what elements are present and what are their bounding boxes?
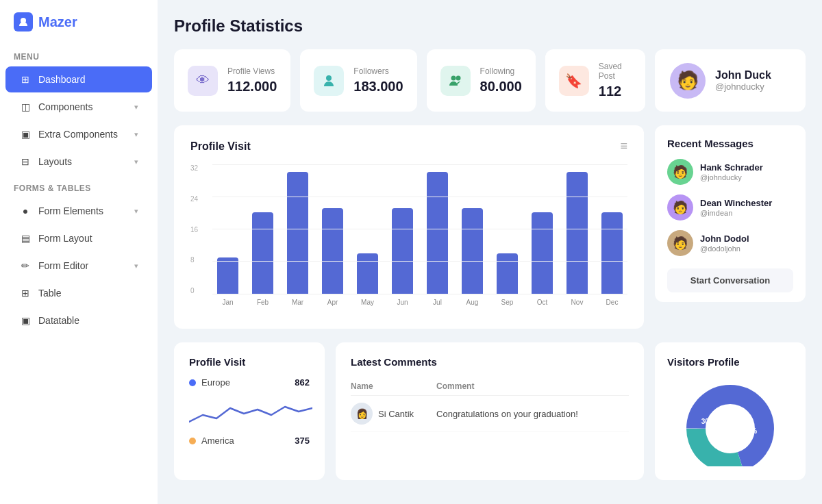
bar-jul <box>422 164 453 294</box>
sidebar-item-label: Dashboard <box>38 74 86 85</box>
stat-label: Saved Post <box>599 62 632 81</box>
bar-chart: 32 24 16 8 0 <box>190 164 627 315</box>
sidebar-item-extra-components[interactable]: ▣ Extra Components ▾ <box>5 121 152 147</box>
stat-label: Followers <box>353 66 403 76</box>
x-label-feb: Feb <box>247 299 278 306</box>
avatar-hank: 🧑 <box>667 159 693 185</box>
table-icon: ⊞ <box>19 287 32 299</box>
visitors-card: Visitors Profile 30.0% 70.0% <box>655 342 806 480</box>
profile-visit-card: Profile Visit Europe 862 America 375 <box>174 342 325 480</box>
profile-handle: @johnducky <box>715 81 771 92</box>
stat-value: 112.000 <box>227 79 277 94</box>
message-item-1: 🧑 Hank Schrader @johnducky <box>667 159 793 185</box>
layouts-icon: ⊟ <box>19 155 32 168</box>
europe-stat: Europe 862 <box>189 377 310 388</box>
chevron-down-icon: ▾ <box>134 262 138 270</box>
x-label-oct: Oct <box>527 299 558 306</box>
sidebar-item-label: Form Elements <box>38 205 103 216</box>
profile-visit-title: Profile Visit <box>189 356 310 368</box>
extra-components-icon: ▣ <box>19 128 32 140</box>
stat-card-followers: Followers 183.000 <box>300 49 416 112</box>
bar-dec <box>597 164 627 294</box>
donut-chart: 30.0% 70.0% <box>667 377 793 466</box>
table-row: 👩 Si Cantik Congratulations on your grad… <box>351 396 629 432</box>
sidebar-item-form-editor[interactable]: ✏ Form Editor ▾ <box>5 253 152 279</box>
msg-name-hank: Hank Schrader <box>700 162 763 174</box>
stat-label: Profile Views <box>227 66 277 76</box>
bar-jan <box>212 164 243 294</box>
svg-text:70.0%: 70.0% <box>738 427 757 435</box>
profile-name: John Duck <box>715 69 771 81</box>
europe-label: Europe <box>201 377 289 388</box>
sidebar-item-label: Form Layout <box>38 233 92 244</box>
chart-menu-icon[interactable]: ≡ <box>620 139 627 153</box>
sidebar-item-table[interactable]: ⊞ Table <box>5 280 152 306</box>
stat-value: 112 <box>599 84 632 99</box>
comments-title: Latest Comments <box>351 356 629 368</box>
messages-card: Recent Messages 🧑 Hank Schrader @johnduc… <box>655 125 806 302</box>
stat-label: Following <box>480 66 522 76</box>
chart-card: Profile Visit ≡ 32 24 16 8 0 <box>174 125 644 329</box>
datatable-icon: ▣ <box>19 314 32 327</box>
profile-views-icon: 👁 <box>188 66 218 96</box>
y-label-0: 0 <box>190 287 198 294</box>
sidebar-item-label: Datatable <box>38 315 79 326</box>
sidebar-item-label: Extra Components <box>38 129 118 140</box>
x-label-jan: Jan <box>212 299 243 306</box>
msg-name-dean: Dean Winchester <box>700 198 772 210</box>
followers-icon <box>314 66 344 96</box>
x-label-nov: Nov <box>562 299 593 306</box>
messages-title: Recent Messages <box>667 138 793 149</box>
bar-mar <box>282 164 313 294</box>
col-name: Name <box>351 377 436 396</box>
col-comment: Comment <box>436 377 629 396</box>
svg-text:30.0%: 30.0% <box>701 418 721 425</box>
app-logo: Mazer <box>0 0 158 44</box>
europe-dot <box>189 379 196 386</box>
america-label: America <box>201 436 289 446</box>
bar-may <box>352 164 383 294</box>
forms-label: Forms & Tables <box>0 175 158 197</box>
form-layout-icon: ▤ <box>19 232 32 244</box>
form-elements-icon: ● <box>19 205 32 217</box>
bottom-row: Profile Visit Europe 862 America 375 Lat… <box>174 342 806 480</box>
sidebar-item-dashboard[interactable]: ⊞ Dashboard <box>5 66 152 92</box>
sidebar-item-form-layout[interactable]: ▤ Form Layout <box>5 225 152 251</box>
components-icon: ◫ <box>19 101 32 113</box>
stat-value: 80.000 <box>480 79 522 94</box>
logo-icon <box>14 12 33 32</box>
chevron-down-icon: ▾ <box>134 103 138 112</box>
form-editor-icon: ✏ <box>19 260 32 272</box>
comment-avatar: 👩 <box>351 403 373 425</box>
sidebar-item-layouts[interactable]: ⊟ Layouts ▾ <box>5 149 152 175</box>
middle-row: Profile Visit ≡ 32 24 16 8 0 <box>174 125 806 329</box>
comment-user-cell: 👩 Si Cantik <box>351 396 436 432</box>
sidebar-item-datatable[interactable]: ▣ Datatable <box>5 307 152 333</box>
y-label-16: 16 <box>190 226 198 234</box>
right-panel: Recent Messages 🧑 Hank Schrader @johnduc… <box>655 125 806 329</box>
sidebar-item-components[interactable]: ◫ Components ▾ <box>5 94 152 120</box>
msg-name-john: John Dodol <box>700 234 749 245</box>
chevron-down-icon: ▾ <box>134 130 138 139</box>
chevron-down-icon: ▾ <box>134 207 138 216</box>
x-label-jun: Jun <box>387 299 418 306</box>
avatar-dean: 🧑 <box>667 194 693 220</box>
following-icon <box>440 66 471 96</box>
dashboard-icon: ⊞ <box>19 73 32 86</box>
x-label-may: May <box>352 299 383 306</box>
svg-point-1 <box>326 75 332 81</box>
stat-card-saved-post: 🔖 Saved Post 112 <box>545 49 645 112</box>
stat-value: 183.000 <box>353 79 403 94</box>
y-label-32: 32 <box>190 164 198 172</box>
chart-title: Profile Visit <box>190 140 251 153</box>
start-conversation-button[interactable]: Start Conversation <box>667 268 793 292</box>
main-content: Profile Statistics 👁 Profile Views 112.0… <box>158 0 822 504</box>
sidebar-item-form-elements[interactable]: ● Form Elements ▾ <box>5 198 152 224</box>
sidebar-item-label: Form Editor <box>38 260 88 271</box>
x-label-aug: Aug <box>457 299 488 306</box>
app-name: Mazer <box>38 14 77 30</box>
mini-chart <box>189 394 310 429</box>
visitors-title: Visitors Profile <box>667 356 793 368</box>
comments-table: Name Comment 👩 Si Cantik Congratulations… <box>351 377 629 432</box>
message-item-3: 🧑 John Dodol @dodoljohn <box>667 230 793 256</box>
